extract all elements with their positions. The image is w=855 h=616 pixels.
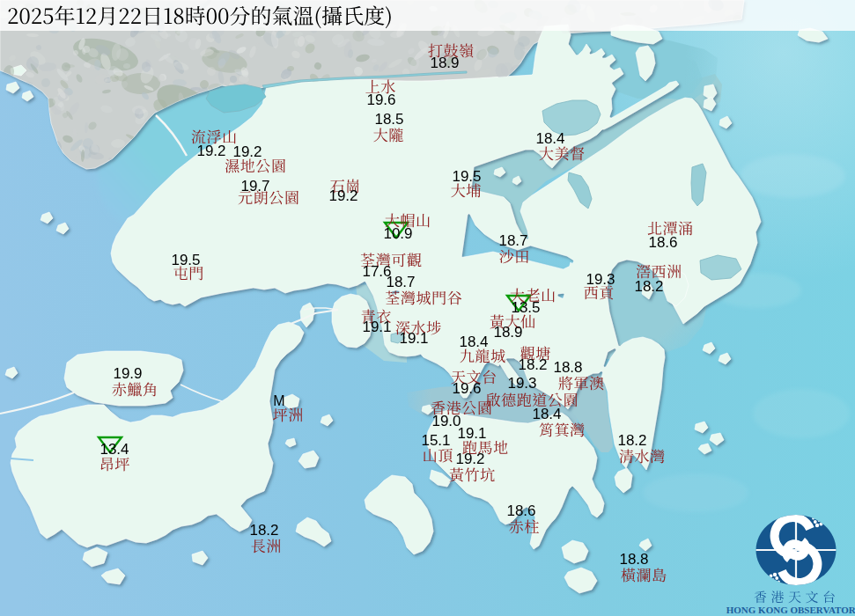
svg-text:19.2: 19.2: [328, 187, 357, 204]
svg-text:18.4: 18.4: [535, 130, 564, 147]
svg-text:18.2: 18.2: [249, 522, 278, 539]
svg-text:19.9: 19.9: [113, 365, 142, 382]
svg-text:19.5: 19.5: [171, 252, 200, 268]
svg-text:13.5: 13.5: [511, 299, 540, 316]
svg-text:18.4: 18.4: [459, 334, 488, 350]
svg-text:M: M: [273, 393, 284, 408]
svg-text:10.9: 10.9: [383, 225, 412, 242]
svg-text:19.6: 19.6: [452, 380, 481, 397]
svg-text:19.2: 19.2: [455, 451, 484, 467]
svg-text:18.7: 18.7: [386, 274, 415, 290]
svg-text:18.2: 18.2: [634, 278, 663, 295]
svg-text:19.3: 19.3: [586, 271, 615, 288]
svg-text:18.8: 18.8: [553, 359, 582, 376]
svg-text:18.7: 18.7: [498, 232, 527, 249]
svg-text:18.9: 18.9: [493, 324, 522, 341]
svg-text:19.7: 19.7: [240, 178, 269, 194]
svg-text:18.6: 18.6: [506, 502, 535, 519]
svg-text:19.1: 19.1: [399, 330, 428, 347]
svg-text:18.6: 18.6: [648, 234, 677, 251]
svg-text:19.1: 19.1: [457, 425, 486, 442]
svg-text:18.9: 18.9: [430, 55, 459, 71]
svg-text:18.4: 18.4: [532, 406, 561, 422]
svg-text:19.6: 19.6: [366, 92, 395, 108]
svg-text:19.5: 19.5: [452, 168, 481, 185]
svg-text:19.2: 19.2: [232, 143, 262, 160]
svg-text:18.2: 18.2: [617, 432, 646, 449]
svg-text:19.1: 19.1: [362, 319, 391, 335]
svg-text:19.3: 19.3: [507, 375, 536, 392]
svg-text:HONG KONG OBSERVATORY: HONG KONG OBSERVATORY: [726, 605, 855, 615]
svg-text:18.8: 18.8: [619, 551, 648, 568]
svg-text:19.2: 19.2: [196, 143, 225, 159]
svg-text:18.2: 18.2: [518, 356, 547, 373]
svg-text:13.4: 13.4: [100, 441, 129, 458]
svg-text:15.1: 15.1: [421, 432, 450, 449]
svg-text:18.5: 18.5: [374, 111, 403, 128]
